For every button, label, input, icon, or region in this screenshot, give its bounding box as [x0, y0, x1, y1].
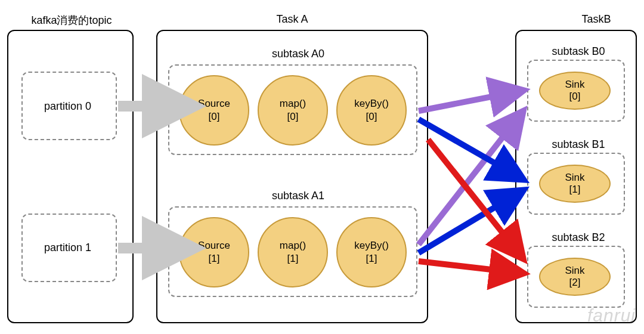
- op-name: keyBy(): [354, 239, 389, 252]
- sink-name: Sink: [565, 79, 584, 91]
- op-source-1: Source [1]: [179, 217, 249, 287]
- sink-name: Sink: [565, 172, 584, 184]
- kafka-title: kafka消费的topic: [12, 13, 131, 27]
- op-idx: [0]: [209, 110, 220, 123]
- op-name: keyBy(): [354, 97, 389, 110]
- arrow-a1-to-b0: [419, 112, 522, 245]
- subtask-a1-label: subtask A1: [262, 190, 334, 202]
- subtask-b2-label: subtask B2: [543, 231, 614, 244]
- subtask-b0-label: subtask B0: [543, 45, 614, 58]
- partition-0-label: partition 0: [44, 100, 91, 113]
- sink-idx: [2]: [569, 277, 581, 289]
- task-b-title: TaskB: [561, 13, 632, 26]
- arrow-a1-to-b2: [419, 261, 522, 273]
- task-a-title: Task A: [256, 13, 328, 26]
- op-keyby-1: keyBy() [1]: [336, 217, 407, 287]
- subtask-b1-label: subtask B1: [543, 138, 614, 151]
- op-map-1: map() [1]: [258, 217, 328, 287]
- op-name: Source: [198, 97, 230, 110]
- subtask-a0-label: subtask A0: [262, 48, 334, 60]
- op-map-0: map() [0]: [258, 75, 328, 146]
- sink-idx: [0]: [569, 91, 581, 103]
- op-name: Source: [198, 239, 230, 252]
- partition-1-label: partition 1: [44, 242, 91, 254]
- op-idx: [1]: [287, 252, 299, 265]
- sink-1: Sink [1]: [539, 165, 611, 203]
- op-source-0: Source [0]: [179, 75, 249, 146]
- sink-2: Sink [2]: [539, 258, 611, 296]
- op-idx: [1]: [366, 252, 377, 265]
- op-idx: [0]: [366, 110, 377, 123]
- arrow-a1-to-b1: [419, 191, 522, 253]
- arrow-a0-to-b2: [428, 140, 522, 258]
- arrow-a0-to-b0: [419, 91, 522, 111]
- sink-0: Sink [0]: [539, 72, 611, 110]
- op-name: map(): [280, 239, 306, 252]
- op-idx: [1]: [209, 252, 220, 265]
- sink-name: Sink: [565, 265, 584, 277]
- op-keyby-0: keyBy() [0]: [336, 75, 407, 146]
- op-idx: [0]: [287, 110, 299, 123]
- sink-idx: [1]: [569, 184, 581, 196]
- op-name: map(): [280, 97, 306, 110]
- arrow-a0-to-b1: [419, 119, 522, 179]
